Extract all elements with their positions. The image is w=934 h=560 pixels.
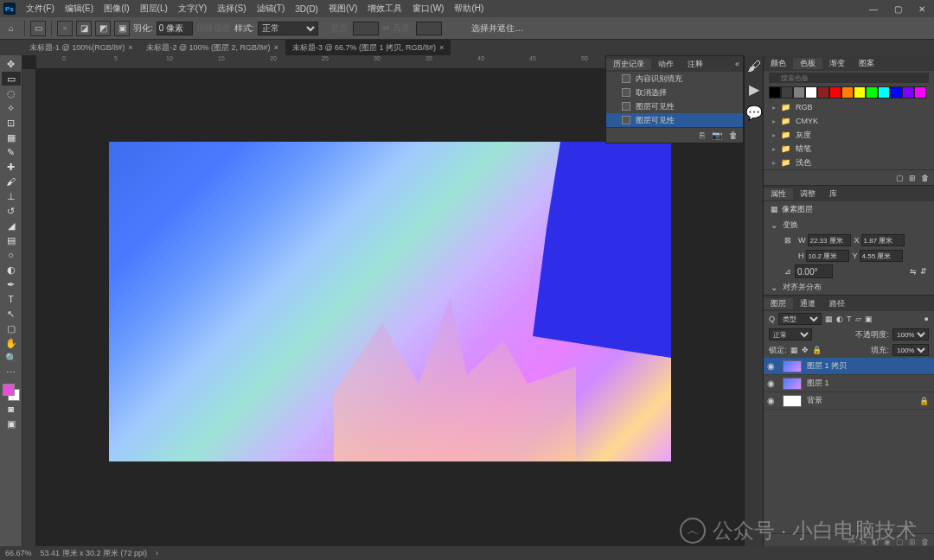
lock-pixels-icon[interactable]: ▦ bbox=[790, 346, 798, 354]
swatch-color[interactable] bbox=[793, 86, 805, 99]
history-item[interactable]: 图层可见性 bbox=[606, 99, 743, 113]
history-brush-tool[interactable]: ↺ bbox=[2, 204, 21, 218]
menu-plugins[interactable]: 增效工具 bbox=[362, 3, 407, 15]
swatch-color[interactable] bbox=[854, 86, 866, 99]
menu-type[interactable]: 文字(Y) bbox=[173, 3, 212, 15]
lock-all-icon[interactable]: 🔒 bbox=[812, 346, 822, 354]
brush-settings-icon[interactable]: 🖌 bbox=[747, 59, 761, 74]
document-tab-3[interactable]: 未标题-3 @ 66.7% (图层 1 拷贝, RGB/8#)× bbox=[285, 40, 451, 55]
camera-icon[interactable]: 📷 bbox=[712, 130, 722, 140]
layer-name[interactable]: 图层 1 bbox=[807, 378, 829, 389]
filter-adjust-icon[interactable]: ◐ bbox=[836, 315, 843, 323]
x-input[interactable] bbox=[861, 234, 905, 246]
swatch-color[interactable] bbox=[890, 86, 902, 99]
tab-paths[interactable]: 路径 bbox=[822, 298, 852, 309]
new-layer-icon[interactable]: ⊞ bbox=[909, 538, 916, 546]
tab-swatches[interactable]: 色板 bbox=[793, 58, 822, 69]
zoom-level[interactable]: 66.67% bbox=[5, 549, 32, 557]
angle-input[interactable] bbox=[795, 264, 833, 278]
hand-tool[interactable]: ✋ bbox=[2, 336, 21, 350]
trash-icon[interactable]: 🗑 bbox=[921, 538, 929, 546]
tab-comments[interactable]: 注释 bbox=[681, 59, 710, 70]
adjustment-icon[interactable]: ◉ bbox=[884, 538, 891, 546]
swatch-color[interactable] bbox=[817, 86, 829, 99]
filter-toggle-icon[interactable]: ● bbox=[924, 315, 929, 323]
tab-channels[interactable]: 通道 bbox=[793, 298, 822, 309]
swatch-color[interactable] bbox=[781, 86, 793, 99]
tab-libraries[interactable]: 库 bbox=[822, 188, 844, 200]
feather-input[interactable] bbox=[157, 22, 193, 35]
menu-help[interactable]: 帮助(H) bbox=[449, 3, 489, 15]
menu-edit[interactable]: 编辑(E) bbox=[60, 3, 99, 15]
swatch-search-input[interactable] bbox=[769, 73, 929, 83]
flip-h-icon[interactable]: ⇋ bbox=[910, 267, 917, 276]
play-icon[interactable]: ▶ bbox=[749, 81, 759, 98]
canvas[interactable] bbox=[109, 142, 671, 461]
filter-type-icon[interactable]: T bbox=[847, 315, 852, 323]
swatch-folder[interactable]: 📁 CMYK bbox=[764, 114, 934, 128]
type-tool[interactable]: T bbox=[2, 292, 21, 306]
y-input[interactable] bbox=[860, 250, 903, 262]
transform-accordion[interactable]: 变换 bbox=[764, 217, 934, 232]
swatch-color[interactable] bbox=[902, 86, 914, 99]
selection-new-icon[interactable]: ▫ bbox=[57, 21, 73, 36]
path-tool[interactable]: ↖ bbox=[2, 307, 21, 321]
layer-row[interactable]: ◉ 图层 1 拷贝 bbox=[764, 358, 934, 375]
swatch-color[interactable] bbox=[769, 86, 781, 99]
quickmask-tool[interactable]: ◙ bbox=[2, 402, 21, 416]
swatch-color[interactable] bbox=[878, 86, 890, 99]
gradient-tool[interactable]: ▤ bbox=[2, 233, 21, 247]
new-swatch-icon[interactable]: ⊞ bbox=[909, 174, 916, 182]
menu-file[interactable]: 文件(F) bbox=[21, 3, 60, 15]
swatch-color[interactable] bbox=[829, 86, 841, 99]
zoom-tool[interactable]: 🔍 bbox=[2, 351, 21, 365]
menu-3d[interactable]: 3D(D) bbox=[290, 4, 323, 14]
visibility-icon[interactable]: ◉ bbox=[767, 361, 777, 371]
brush-tool[interactable]: 🖌 bbox=[2, 175, 21, 188]
layer-filter-select[interactable]: 类型 bbox=[778, 313, 822, 325]
close-icon[interactable]: × bbox=[274, 43, 278, 52]
swatch-color[interactable] bbox=[805, 86, 817, 99]
swatch-folder[interactable]: 📁 灰度 bbox=[764, 128, 934, 142]
shape-tool[interactable]: ▢ bbox=[2, 321, 21, 335]
swatch-folder[interactable]: 📁 RGB bbox=[764, 100, 934, 114]
foreground-color[interactable] bbox=[3, 384, 15, 396]
crop-tool[interactable]: ⊡ bbox=[2, 116, 21, 130]
tab-patterns[interactable]: 图案 bbox=[852, 58, 881, 69]
swatch-color[interactable] bbox=[841, 86, 854, 99]
layer-name[interactable]: 图层 1 拷贝 bbox=[807, 360, 847, 372]
selection-subtract-icon[interactable]: ◩ bbox=[95, 21, 111, 36]
document-tab-1[interactable]: 未标题-1 @ 100%(RGB/8#)× bbox=[22, 40, 139, 55]
eyedropper-tool[interactable]: ✎ bbox=[2, 145, 21, 159]
tab-properties[interactable]: 属性 bbox=[764, 188, 793, 200]
layer-thumbnail[interactable] bbox=[783, 378, 802, 390]
maximize-button[interactable]: ▢ bbox=[886, 0, 910, 17]
align-accordion[interactable]: 对齐并分布 bbox=[764, 279, 934, 295]
wand-tool[interactable]: ✧ bbox=[2, 101, 21, 115]
menu-image[interactable]: 图像(I) bbox=[99, 3, 134, 15]
mask-icon[interactable]: ◐ bbox=[872, 538, 879, 546]
layer-name[interactable]: 背景 bbox=[807, 395, 822, 406]
link-layers-icon[interactable]: ⚯ bbox=[848, 538, 855, 546]
close-icon[interactable]: × bbox=[128, 43, 132, 52]
heal-tool[interactable]: ✚ bbox=[2, 160, 21, 174]
canvas-area[interactable]: 05101520253035404550 历史记录 动作 注释 « 内容识别填充… bbox=[22, 55, 744, 550]
fx-icon[interactable]: fx bbox=[860, 538, 867, 546]
marquee-tool-icon[interactable]: ▭ bbox=[30, 21, 46, 36]
link-icon[interactable]: ⊠ bbox=[784, 236, 791, 245]
layer-row[interactable]: ◉ 图层 1 bbox=[764, 375, 934, 392]
tab-gradients[interactable]: 渐变 bbox=[822, 58, 852, 69]
swatch-color[interactable] bbox=[866, 86, 878, 99]
history-item[interactable]: 图层可见性 bbox=[606, 113, 743, 127]
filter-smart-icon[interactable]: ▣ bbox=[865, 315, 873, 323]
layer-row[interactable]: ◉ 背景 🔒 bbox=[764, 392, 934, 410]
height-input[interactable] bbox=[806, 250, 849, 262]
ruler-vertical[interactable] bbox=[22, 69, 36, 550]
filter-pixel-icon[interactable]: ▦ bbox=[825, 315, 833, 323]
menu-window[interactable]: 窗口(W) bbox=[407, 3, 449, 15]
visibility-icon[interactable]: ◉ bbox=[767, 396, 777, 405]
close-button[interactable]: ✕ bbox=[910, 0, 934, 17]
opacity-select[interactable]: 100% bbox=[892, 328, 929, 340]
selection-intersect-icon[interactable]: ▣ bbox=[114, 21, 130, 36]
home-icon[interactable]: ⌂ bbox=[3, 21, 19, 36]
